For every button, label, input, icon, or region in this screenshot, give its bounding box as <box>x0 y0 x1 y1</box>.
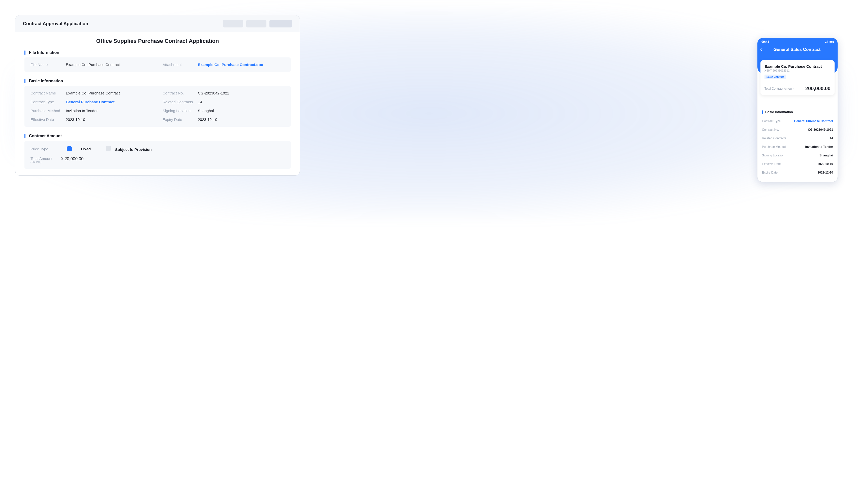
value-purchase-method: Invitation to Tender <box>66 109 153 113</box>
contract-tag: Sales Contract <box>764 75 786 79</box>
m-kv-expiry-date: Expiry Date 2023-12-10 <box>762 168 833 177</box>
header-action-button-1[interactable] <box>223 20 243 28</box>
section-accent-bar <box>25 50 26 55</box>
kv-signing-location: Signing Location Shanghai <box>162 109 285 113</box>
summary-code: XSHT-20231012311 <box>764 69 830 72</box>
total-amount-row: Total Amount (Tax Incl.) ¥ 20,000.00 <box>31 157 285 164</box>
section-accent-bar <box>25 79 26 83</box>
option-label-fixed: Fixed <box>81 147 91 151</box>
m-label-expiry-date: Expiry Date <box>762 171 778 174</box>
status-bar: 09:41 <box>758 38 838 46</box>
kv-file-name: File Name Example Co. Purchase Contract <box>31 63 153 67</box>
m-section-title-basic: Basic Information <box>765 110 793 114</box>
m-kv-related-contracts: Related Contracts 14 <box>762 134 833 143</box>
value-contract-no: CG-2023042-1021 <box>198 91 285 95</box>
label-file-name: File Name <box>31 63 66 67</box>
desktop-header: Contract Approval Application <box>15 15 300 32</box>
kv-contract-name: Contract Name Example Co. Purchase Contr… <box>31 91 153 95</box>
contract-type-link[interactable]: General Purchase Contract <box>66 100 153 104</box>
m-label-effective-date: Effective Date <box>762 162 781 166</box>
section-head-amount: Contract Amount <box>25 132 291 141</box>
label-price-type: Price Type <box>31 147 61 151</box>
kv-attachment: Attachment Example Co. Purchase Contract… <box>162 63 285 67</box>
section-title-file: File Information <box>29 50 59 55</box>
option-label-provision: Subject to Provision <box>115 147 152 152</box>
label-effective-date: Effective Date <box>31 117 66 121</box>
contract-title: Office Supplies Purchase Contract Applic… <box>25 38 291 44</box>
m-value-expiry-date: 2023-12-10 <box>818 171 833 174</box>
label-purchase-method: Purchase Method <box>31 109 66 113</box>
value-signing-location: Shanghai <box>198 109 285 113</box>
m-kv-effective-date: Effective Date 2023-10-10 <box>762 160 833 168</box>
summary-title: Example Co. Purchase Contract <box>764 64 830 68</box>
mobile-nav: General Sales Contract <box>758 46 838 55</box>
m-value-related-contracts: 14 <box>830 136 833 140</box>
checkbox-provision[interactable] <box>106 146 111 151</box>
summary-card: Example Co. Purchase Contract XSHT-20231… <box>761 60 835 95</box>
summary-total-row: Total Contract Amount 200,000.00 <box>764 86 830 92</box>
label-related-contracts: Related Contracts <box>162 100 198 104</box>
desktop-body: Office Supplies Purchase Contract Applic… <box>15 32 300 175</box>
status-time: 09:41 <box>761 40 769 44</box>
value-file-name: Example Co. Purchase Contract <box>66 63 153 67</box>
section-head-file: File Information <box>25 49 291 58</box>
label-total-contract-amount: Total Contract Amount <box>764 87 794 91</box>
m-label-contract-type: Contract Type <box>762 119 781 123</box>
section-accent-bar <box>762 110 763 114</box>
m-contract-type-link[interactable]: General Purchase Contract <box>794 119 833 123</box>
amount-box: Price Type Fixed Subject to Provision To… <box>25 141 291 169</box>
section-head-basic: Basic Information <box>25 77 291 86</box>
file-info-box: File Name Example Co. Purchase Contract … <box>25 58 291 72</box>
value-total-amount: ¥ 20,000.00 <box>61 157 84 161</box>
label-total-amount: Total Amount (Tax Incl.) <box>31 157 52 164</box>
value-expiry-date: 2023-12-10 <box>198 117 285 121</box>
m-value-signing-location: Shanghai <box>820 153 833 157</box>
m-label-signing-location: Signing Location <box>762 153 784 157</box>
m-label-contract-no: Contract No. <box>762 128 779 131</box>
section-title-amount: Contract Amount <box>29 134 62 138</box>
m-section-head-basic: Basic Information <box>762 110 833 114</box>
kv-effective-date: Effective Date 2023-10-10 <box>31 117 153 121</box>
mobile-page-title: General Sales Contract <box>760 47 834 52</box>
mobile-device: 09:41 General Sales Contract Example Co.… <box>757 38 838 182</box>
label-expiry-date: Expiry Date <box>162 117 198 121</box>
label-contract-type: Contract Type <box>31 100 66 104</box>
value-related-contracts: 14 <box>198 100 285 104</box>
desktop-window: Contract Approval Application Office Sup… <box>15 15 300 176</box>
value-contract-name: Example Co. Purchase Contract <box>66 91 153 95</box>
label-contract-name: Contract Name <box>31 91 66 95</box>
kv-contract-no: Contract No. CG-2023042-1021 <box>162 91 285 95</box>
header-action-button-3[interactable] <box>269 20 292 28</box>
section-title-basic: Basic Information <box>29 79 63 83</box>
header-action-button-2[interactable] <box>246 20 267 28</box>
m-label-purchase-method: Purchase Method <box>762 145 786 149</box>
label-attachment: Attachment <box>162 63 198 67</box>
attachment-link[interactable]: Example Co. Purchase Contract.doc <box>198 63 285 67</box>
checkbox-fixed[interactable] <box>67 146 72 151</box>
label-contract-no: Contract No. <box>162 91 198 95</box>
status-icons <box>825 40 833 43</box>
kv-contract-type: Contract Type General Purchase Contract <box>31 100 153 104</box>
signal-icon <box>825 40 828 43</box>
value-total-contract-amount: 200,000.00 <box>805 86 830 92</box>
m-kv-purchase-method: Purchase Method Invitation to Tender <box>762 143 833 151</box>
m-label-related-contracts: Related Contracts <box>762 136 786 140</box>
m-value-purchase-method: Invitation to Tender <box>805 145 833 149</box>
kv-expiry-date: Expiry Date 2023-12-10 <box>162 117 285 121</box>
m-kv-contract-type: Contract Type General Purchase Contract <box>762 117 833 126</box>
value-effective-date: 2023-10-10 <box>66 117 153 121</box>
m-value-contract-no: CG-2023042-1021 <box>808 128 833 131</box>
m-kv-signing-location: Signing Location Shanghai <box>762 151 833 160</box>
page-title: Contract Approval Application <box>23 21 88 27</box>
kv-purchase-method: Purchase Method Invitation to Tender <box>31 109 153 113</box>
m-value-effective-date: 2023-10-10 <box>818 162 833 166</box>
label-signing-location: Signing Location <box>162 109 198 113</box>
price-type-row: Price Type Fixed Subject to Provision <box>31 146 285 152</box>
m-kv-contract-no: Contract No. CG-2023042-1021 <box>762 126 833 134</box>
basic-info-box: Contract Name Example Co. Purchase Contr… <box>25 86 291 127</box>
battery-icon <box>829 41 833 43</box>
kv-related-contracts: Related Contracts 14 <box>162 100 285 104</box>
section-accent-bar <box>25 134 26 138</box>
header-actions <box>223 20 292 28</box>
